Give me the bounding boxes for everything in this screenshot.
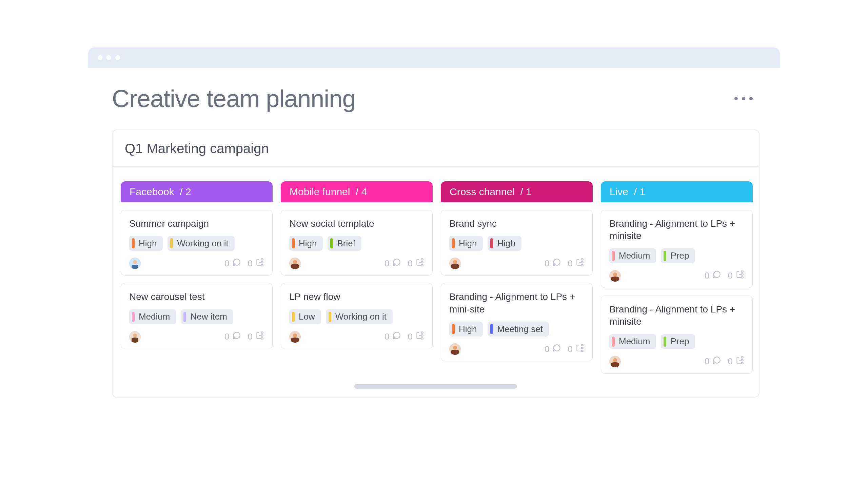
column-count: 4 [361,186,367,198]
assignee-avatar[interactable] [609,356,621,367]
task-card[interactable]: Brand syncHighHigh00 [441,210,593,276]
assignee-avatar[interactable] [449,258,461,269]
status-tag[interactable]: Prep [661,248,695,263]
task-card[interactable]: New social templateHighBrief00 [281,210,433,276]
assignee-avatar[interactable] [449,343,461,355]
subitems-count[interactable]: 0 [568,344,584,355]
svg-rect-2 [132,265,138,269]
column-name: Live [610,186,628,198]
svg-rect-35 [741,277,743,278]
comments-count[interactable]: 0 [545,344,561,355]
svg-rect-18 [421,332,423,333]
comments-count[interactable]: 0 [384,331,401,342]
ellipsis-dot-icon [734,97,738,100]
comments-count[interactable]: 0 [384,258,401,269]
task-card[interactable]: LP new flowLowWorking on it00 [281,283,433,349]
column-header[interactable]: Mobile funnel / 4 [281,181,433,202]
subitems-number: 0 [728,270,733,281]
card-title: LP new flow [289,291,424,303]
card-title: New social template [289,218,424,230]
status-tag[interactable]: Working on it [326,309,393,324]
task-card[interactable]: Branding - Alignment to LPs + minisiteMe… [601,210,753,288]
window-dot-max[interactable] [115,55,120,60]
subitems-count[interactable]: 0 [248,331,264,342]
status-tag[interactable]: Medium [609,248,656,263]
task-card[interactable]: Summer campaignHighWorking on it00 [121,210,273,276]
tag-color-bar [612,337,615,347]
status-tag[interactable]: High [129,236,163,251]
window-dot-min[interactable] [106,55,111,60]
subitems-count[interactable]: 0 [248,258,264,269]
status-tag[interactable]: Meeting set [488,322,549,337]
subitems-count[interactable]: 0 [728,270,744,281]
subitems-count[interactable]: 0 [568,258,584,269]
subitems-number: 0 [248,258,253,269]
status-tag[interactable]: High [488,236,521,251]
status-tag[interactable]: Working on it [167,236,234,251]
tag-color-bar [452,324,455,334]
assignee-avatar[interactable] [289,258,301,269]
assignee-avatar[interactable] [609,270,621,282]
card-footer: 00 [449,258,584,269]
column-separator: / [628,186,639,198]
board-title[interactable]: Q1 Marketing campaign [125,141,747,156]
comment-icon [552,258,561,269]
status-tag[interactable]: High [449,236,483,251]
column-header[interactable]: Live / 1 [601,181,753,202]
status-tag[interactable]: Medium [609,334,656,349]
status-tag[interactable]: New item [181,309,233,324]
card-title: Branding - Alignment to LPs + mini-site [449,291,584,316]
ellipsis-dot-icon [749,97,753,100]
tag-color-bar [612,251,615,261]
comments-count[interactable]: 0 [545,258,561,269]
task-card[interactable]: Branding - Alignment to LPs + mini-siteH… [441,283,593,361]
column-name: Mobile funnel [290,186,350,198]
svg-point-22 [453,260,457,264]
status-tag[interactable]: Brief [328,236,361,251]
svg-rect-40 [741,363,743,364]
tag-label: High [497,238,515,249]
tag-label: Medium [619,250,650,261]
window-dot-close[interactable] [98,55,102,60]
comments-count[interactable]: 0 [705,356,721,367]
column-body: Brand syncHighHigh00Branding - Alignment… [441,202,593,361]
column-body: Branding - Alignment to LPs + minisiteMe… [601,202,753,374]
status-tag[interactable]: High [449,322,483,337]
status-tag[interactable]: Low [289,309,321,324]
subitems-count[interactable]: 0 [728,356,744,367]
scrollbar-thumb[interactable] [354,384,517,389]
task-card[interactable]: New carousel testMediumNew item00 [121,283,273,349]
card-meta: 00 [384,331,424,342]
svg-point-17 [293,333,297,338]
subitems-icon [255,331,264,342]
svg-point-37 [613,358,617,362]
task-card[interactable]: Branding - Alignment to LPs + minisiteMe… [601,296,753,374]
card-tags: LowWorking on it [289,309,424,324]
tag-label: Working on it [177,238,228,249]
comments-count[interactable]: 0 [224,331,241,342]
comments-count[interactable]: 0 [705,270,721,281]
comments-number: 0 [224,258,229,269]
more-options-button[interactable] [734,97,756,100]
tag-label: Low [299,311,315,322]
status-tag[interactable]: Medium [129,309,176,324]
subitems-count[interactable]: 0 [408,331,424,342]
column-header[interactable]: Facebook / 2 [121,181,273,202]
horizontal-scrollbar[interactable] [113,381,759,397]
subitems-count[interactable]: 0 [408,258,424,269]
tag-label: Prep [670,336,689,347]
column-header[interactable]: Cross channel / 1 [441,181,593,202]
comments-number: 0 [384,331,389,342]
card-footer: 00 [129,258,264,269]
tag-color-bar [490,324,493,334]
svg-rect-5 [261,264,263,266]
comments-count[interactable]: 0 [224,258,241,269]
status-tag[interactable]: High [289,236,323,251]
assignee-avatar[interactable] [129,258,141,269]
status-tag[interactable]: Prep [661,334,695,349]
tag-color-bar [664,337,666,347]
assignee-avatar[interactable] [289,331,301,343]
card-footer: 00 [609,270,744,282]
assignee-avatar[interactable] [129,331,141,343]
column-separator: / [350,186,361,198]
